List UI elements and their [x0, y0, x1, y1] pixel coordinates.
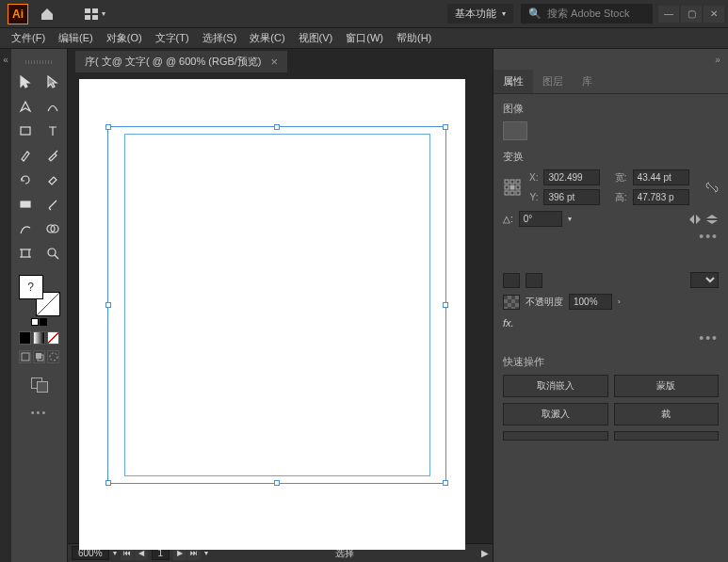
stroke-swatch-panel[interactable] [526, 273, 542, 288]
menu-window[interactable]: 窗口(W) [340, 29, 389, 47]
canvas[interactable] [68, 73, 493, 543]
flip-vertical-icon[interactable] [705, 214, 719, 225]
layout-button[interactable]: ▾ [81, 7, 109, 22]
y-input[interactable] [543, 189, 600, 205]
type-tool[interactable] [40, 119, 68, 143]
close-button[interactable]: ✕ [704, 6, 724, 23]
paintbrush-tool[interactable] [11, 143, 40, 168]
search-input[interactable]: 🔍 搜索 Adobe Stock [521, 4, 653, 24]
maximize-button[interactable]: ▢ [681, 6, 702, 23]
collapsed-panel-left: « [0, 49, 11, 562]
unlink-icon[interactable] [705, 181, 719, 194]
draw-inside-mode[interactable] [47, 350, 59, 363]
x-input[interactable] [543, 169, 600, 185]
opacity-input[interactable] [569, 294, 612, 310]
fill-swatch[interactable]: ? [19, 275, 43, 299]
minimize-button[interactable]: — [658, 6, 679, 23]
menu-help[interactable]: 帮助(H) [391, 29, 437, 47]
svg-rect-22 [516, 191, 520, 195]
width-tool[interactable] [11, 217, 40, 241]
w-label: 宽: [615, 171, 627, 185]
reference-point-icon[interactable] [503, 178, 522, 197]
menu-view[interactable]: 视图(V) [293, 29, 339, 47]
zoom-tool[interactable] [40, 241, 68, 265]
quick-action-6[interactable] [614, 431, 720, 441]
more-transform-button[interactable]: ••• [503, 229, 719, 244]
close-tab-icon[interactable]: × [271, 55, 279, 69]
quick-actions-label: 快速操作 [503, 355, 719, 369]
handle-bm[interactable] [274, 480, 280, 486]
title-bar: Ai ▾ 基本功能 ▾ 🔍 搜索 Adobe Stock — ▢ ✕ [0, 0, 728, 28]
fx-label[interactable]: fx. [503, 317, 719, 329]
unembed-button[interactable]: 取消嵌入 [503, 375, 608, 397]
rotate-tool[interactable] [11, 168, 40, 192]
tab-layers[interactable]: 图层 [533, 70, 573, 93]
opacity-swatch[interactable] [503, 295, 520, 310]
menu-effect[interactable]: 效果(C) [244, 29, 290, 47]
pen-tool[interactable] [11, 94, 40, 119]
menu-file[interactable]: 文件(F) [6, 29, 51, 47]
handle-tm[interactable] [274, 124, 280, 130]
quick-action-5[interactable] [503, 431, 608, 441]
tab-properties[interactable]: 属性 [493, 70, 533, 93]
swap-colors-icon[interactable] [40, 318, 47, 326]
artboard-tool[interactable] [11, 241, 40, 265]
handle-ml[interactable] [105, 302, 111, 308]
stroke-weight-select[interactable] [690, 272, 719, 288]
edit-toolbar-button[interactable]: ••• [11, 407, 67, 418]
handle-br[interactable] [443, 480, 448, 486]
menu-object[interactable]: 对象(O) [101, 29, 148, 47]
panel-grip[interactable] [25, 60, 54, 64]
svg-rect-5 [21, 201, 30, 207]
curvature-tool[interactable] [40, 94, 68, 119]
shape-builder-tool[interactable] [11, 192, 40, 217]
mask-button[interactable]: 蒙版 [614, 375, 720, 397]
draw-behind-mode[interactable] [33, 350, 45, 363]
color-mode-gradient[interactable] [33, 331, 45, 345]
menu-edit[interactable]: 编辑(E) [53, 29, 99, 47]
workspace-dropdown[interactable]: 基本功能 ▾ [447, 4, 513, 24]
collapse-panel-icon[interactable]: » [713, 55, 722, 64]
default-colors-icon[interactable] [31, 318, 39, 326]
svg-rect-17 [505, 185, 509, 189]
direct-selection-tool[interactable] [40, 70, 68, 94]
fill-swatch-panel[interactable] [503, 273, 520, 288]
eyedropper-tool[interactable] [40, 143, 68, 168]
draw-normal-mode[interactable] [19, 350, 31, 363]
selection-tool[interactable] [11, 70, 40, 94]
rectangle-tool[interactable] [11, 119, 40, 143]
more-appearance-button[interactable]: ••• [503, 330, 719, 345]
color-mode-none[interactable] [47, 331, 59, 345]
crop-button[interactable]: 裁 [614, 403, 720, 426]
width-input[interactable] [633, 169, 689, 185]
height-input[interactable] [633, 189, 689, 205]
handle-bl[interactable] [105, 480, 111, 486]
eraser-tool[interactable] [40, 168, 68, 192]
gradient-eyedropper-tool[interactable] [40, 192, 68, 217]
handle-tr[interactable] [443, 124, 448, 130]
svg-rect-11 [36, 353, 41, 359]
menu-type[interactable]: 文字(T) [150, 29, 195, 47]
angle-dropdown-icon[interactable]: ▾ [568, 215, 572, 223]
scroll-right-button[interactable]: ▶ [481, 548, 489, 558]
svg-rect-19 [516, 185, 520, 189]
flip-horizontal-icon[interactable] [688, 214, 702, 225]
tab-libraries[interactable]: 库 [573, 70, 602, 93]
fill-stroke-swatch[interactable]: ? [19, 275, 60, 316]
artboard-dropdown-icon[interactable]: ▾ [204, 549, 208, 557]
svg-rect-16 [516, 180, 520, 184]
angle-input[interactable] [519, 211, 562, 227]
handle-mr[interactable] [443, 302, 448, 308]
menu-select[interactable]: 选择(S) [197, 29, 243, 47]
handle-tl[interactable] [105, 124, 111, 130]
svg-rect-10 [22, 353, 29, 361]
screen-mode-tool[interactable] [25, 373, 54, 397]
document-tab[interactable]: 序( 文@ 文字( @ @ 600% (RGB/预览) × [75, 51, 287, 72]
embed-button[interactable]: 取澱入 [503, 403, 608, 426]
opacity-dropdown-icon[interactable]: › [618, 297, 621, 306]
shape-builder-alt-tool[interactable] [40, 217, 68, 241]
home-button[interactable] [36, 3, 58, 25]
expand-arrow-icon[interactable]: « [1, 55, 10, 64]
color-mode-solid[interactable] [19, 331, 31, 345]
zoom-dropdown-icon[interactable]: ▾ [113, 549, 117, 557]
